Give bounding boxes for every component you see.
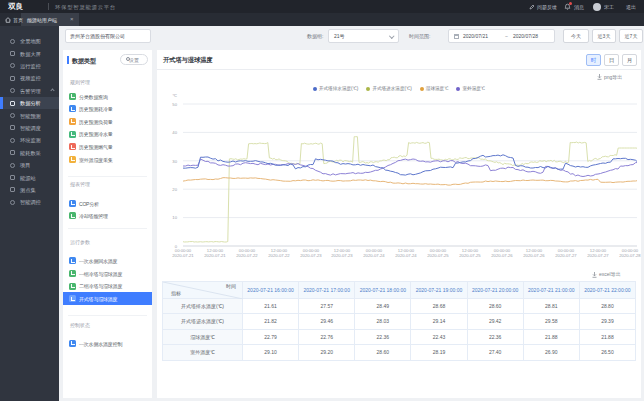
svg-text:2020-07-25: 2020-07-25 [427,253,449,258]
svg-text:10: 10 [172,215,177,220]
svg-text:50: 50 [172,102,177,107]
svg-text:2020-07-22: 2020-07-22 [236,253,258,258]
svg-text:2020-07-28: 2020-07-28 [619,253,641,258]
svg-text:2020-07-21: 2020-07-21 [172,253,194,258]
svg-text:30: 30 [172,159,177,164]
svg-text:2020-07-24: 2020-07-24 [395,253,417,258]
svg-text:2020-07-26: 2020-07-26 [523,253,545,258]
svg-text:2020-07-27: 2020-07-27 [555,253,577,258]
svg-text:2020-07-27: 2020-07-27 [587,253,609,258]
svg-text:2020-07-23: 2020-07-23 [331,253,353,258]
svg-text:2020-07-25: 2020-07-25 [459,253,481,258]
svg-text:2020-07-22: 2020-07-22 [268,253,290,258]
svg-text:40: 40 [172,130,177,135]
svg-text:2020-07-23: 2020-07-23 [300,253,322,258]
svg-text:2020-07-21: 2020-07-21 [204,253,226,258]
svg-text:℃: ℃ [172,93,177,98]
svg-text:20: 20 [172,187,177,192]
svg-text:2020-07-24: 2020-07-24 [363,253,385,258]
svg-text:2020-07-26: 2020-07-26 [491,253,513,258]
